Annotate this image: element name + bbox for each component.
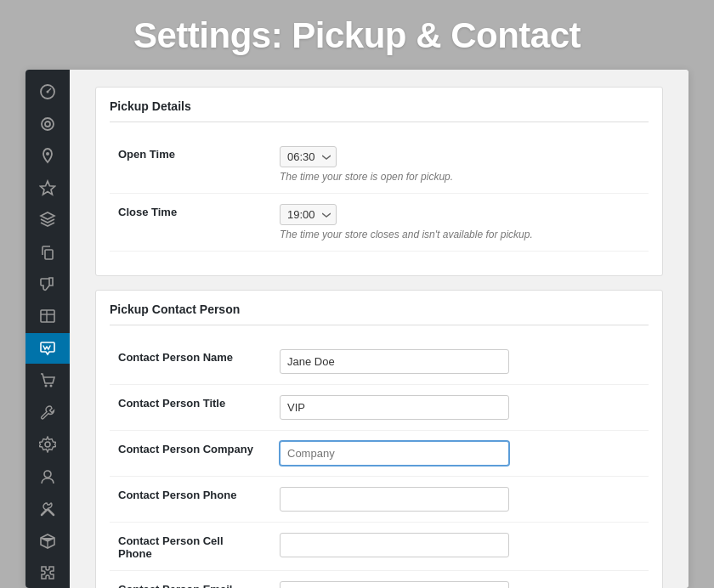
open-time-cell: 06:30 07:00 08:00 The time your store is… [263,136,649,194]
contact-company-input[interactable] [280,441,509,466]
open-time-select[interactable]: 06:30 07:00 08:00 [280,146,337,167]
sidebar-item-layers[interactable] [26,205,70,235]
sidebar-item-wrench[interactable] [26,398,70,428]
contact-phone-input[interactable] [280,487,509,512]
contact-email-input[interactable] [280,581,509,588]
close-time-select[interactable]: 19:00 18:00 20:00 [280,204,337,225]
pickup-details-table: Open Time 06:30 07:00 08:00 The time you… [110,136,649,252]
svg-rect-7 [41,310,54,322]
contact-phone-label: Contact Person Phone [110,477,263,523]
contact-cell-label: Contact Person Cell Phone [110,523,263,571]
page-title: Settings: Pickup & Contact [26,15,688,56]
sidebar-item-cart[interactable] [26,365,70,396]
contact-name-input[interactable] [280,349,509,374]
table-row: Contact Person Cell Phone [110,523,649,571]
pickup-contact-title: Pickup Contact Person [110,302,649,325]
open-time-description: The time your store is open for pickup. [280,171,640,183]
sidebar [26,70,70,588]
sidebar-item-thumbsdown[interactable] [26,269,70,300]
close-time-description: The time your store closes and isn't ava… [280,229,640,240]
svg-point-8 [45,384,48,387]
sidebar-item-box[interactable] [26,526,70,557]
sidebar-item-pin[interactable] [26,141,70,172]
pickup-details-title: Pickup Details [110,99,649,122]
table-row: Contact Person Company [110,431,649,477]
table-row: Open Time 06:30 07:00 08:00 The time you… [110,136,649,194]
svg-point-10 [45,442,50,447]
main-container: Pickup Details Open Time 06:30 07:00 08:… [26,70,688,588]
sidebar-item-copy[interactable] [26,237,70,268]
contact-email-label: Contact Person Email [110,571,263,589]
pickup-contact-section: Pickup Contact Person Contact Person Nam… [95,290,663,588]
contact-email-cell [263,571,649,589]
contact-title-label: Contact Person Title [110,385,263,431]
close-time-cell: 19:00 18:00 20:00 The time your store cl… [263,194,649,252]
sidebar-item-settings[interactable] [26,429,70,460]
svg-point-4 [46,152,49,155]
svg-point-2 [42,118,54,130]
table-row: Contact Person Email [110,571,649,589]
svg-point-11 [44,471,51,478]
open-time-label: Open Time [110,136,263,194]
contact-title-cell [263,385,649,431]
table-row: Contact Person Phone [110,477,649,523]
sidebar-item-target[interactable] [26,109,70,139]
table-row: Contact Person Name [110,339,649,385]
table-row: Close Time 19:00 18:00 20:00 The time yo… [110,194,649,252]
sidebar-item-woo[interactable] [26,333,70,364]
pickup-contact-table: Contact Person Name Contact Person Title [110,339,649,588]
page-title-bar: Settings: Pickup & Contact [0,0,714,70]
contact-name-label: Contact Person Name [110,339,263,385]
svg-point-3 [45,122,50,127]
content-area: Pickup Details Open Time 06:30 07:00 08:… [70,70,688,588]
svg-marker-5 [41,181,55,195]
contact-name-cell [263,339,649,385]
sidebar-item-dashboard[interactable] [26,76,70,107]
contact-cell-input[interactable] [280,533,509,557]
table-row: Contact Person Title [110,385,649,431]
svg-point-1 [47,90,49,93]
sidebar-item-person[interactable] [26,461,70,492]
contact-title-input[interactable] [280,395,509,420]
contact-company-cell [263,431,649,477]
sidebar-item-star[interactable] [26,172,70,203]
sidebar-item-table[interactable] [26,301,70,331]
contact-cell-cell [263,523,649,571]
sidebar-item-puzzle[interactable] [26,557,70,588]
svg-rect-6 [45,250,53,259]
sidebar-item-tools[interactable] [26,494,70,524]
contact-phone-cell [263,477,649,523]
close-time-label: Close Time [110,194,263,252]
contact-company-label: Contact Person Company [110,431,263,477]
svg-point-9 [50,384,53,387]
pickup-details-section: Pickup Details Open Time 06:30 07:00 08:… [95,87,663,276]
